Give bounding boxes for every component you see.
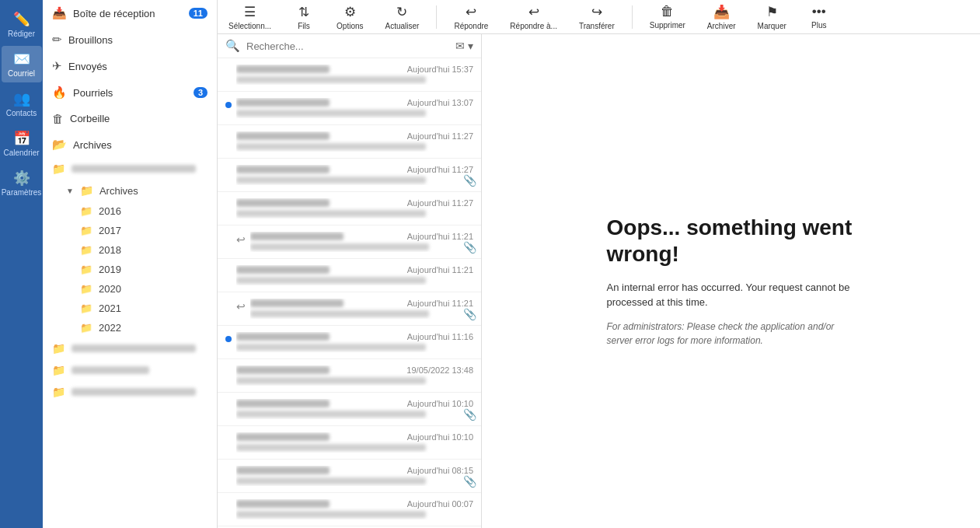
drafts-label: Brouillons	[68, 34, 113, 46]
email-item[interactable]: Aujourd'hui 11:21	[218, 259, 481, 292]
email-time: Aujourd'hui 11:21	[407, 265, 473, 274]
unread-dot	[225, 336, 232, 342]
unread-dot	[225, 503, 232, 509]
sidebar-item-trash[interactable]: 🗑 Corbeille	[43, 106, 217, 131]
toolbar-separator-1	[436, 5, 437, 29]
email-sender	[236, 333, 330, 341]
sidebar-item-archives-top[interactable]: 📂 Archives	[43, 131, 217, 158]
options-button[interactable]: ⚙ Options	[332, 2, 368, 32]
email-item[interactable]: Aujourd'hui 10:10 📎	[218, 393, 481, 426]
reply-button[interactable]: ↩ Répondre	[449, 2, 493, 32]
email-item[interactable]: Aujourd'hui 11:27 📎	[218, 159, 481, 192]
more-button[interactable]: ••• Plus	[804, 2, 835, 31]
error-body: An internal error has occurred. Your req…	[607, 280, 856, 310]
email-item[interactable]: ↩ Aujourd'hui 11:21 📎	[218, 226, 481, 259]
thread-button[interactable]: ⇅ Fils	[288, 2, 319, 32]
sidebar-item-courriel[interactable]: ✉️ Courriel	[2, 46, 42, 82]
email-sender	[250, 233, 344, 240]
contacts-label: Contacts	[6, 109, 37, 117]
inbox-icon: 📥	[52, 6, 67, 20]
sidebar-year-2019[interactable]: 📁 2019	[43, 260, 217, 279]
sidebar-year-2020[interactable]: 📁 2020	[43, 279, 217, 299]
search-bar: 🔍 ✉ ▾	[218, 34, 481, 58]
email-subject	[236, 143, 426, 150]
sidebar-item-contacts[interactable]: 👥 Contacts	[2, 86, 42, 122]
sidebar-blurred-folder-3[interactable]: 📁	[43, 359, 217, 381]
year-2017-icon: 📁	[80, 225, 92, 236]
sidebar-year-2021[interactable]: 📁 2021	[43, 299, 217, 318]
sidebar-archives-expanded[interactable]: ▼ 📁 Archives	[43, 180, 217, 201]
email-item[interactable]: 19/05/2022 13:48	[218, 359, 481, 393]
email-item[interactable]: Aujourd'hui 11:16	[218, 326, 481, 359]
sidebar-item-inbox[interactable]: 📥 Boîte de réception 11	[43, 0, 217, 26]
calendrier-label: Calendrier	[3, 149, 39, 157]
email-item[interactable]: Aujourd'hui 08:15 📎	[218, 460, 481, 493]
select-button[interactable]: ☰ Sélectionn...	[224, 2, 276, 32]
email-time: Aujourd'hui 00:07	[407, 499, 473, 509]
email-sender	[236, 65, 330, 73]
email-time: Aujourd'hui 08:15	[407, 466, 473, 475]
email-subject	[236, 76, 426, 83]
year-2017-label: 2017	[99, 225, 121, 236]
email-content: Aujourd'hui 08:15	[236, 466, 473, 486]
search-icon: 🔍	[225, 39, 240, 53]
refresh-button[interactable]: ↻ Actualiser	[381, 2, 424, 32]
sidebar-blurred-folder-1[interactable]: 📁	[43, 158, 217, 180]
sidebar-item-calendrier[interactable]: 📅 Calendrier	[2, 125, 42, 162]
email-time: Aujourd'hui 11:16	[407, 332, 473, 341]
envelope-filter-icon[interactable]: ✉	[455, 40, 465, 52]
sidebar-year-2018[interactable]: 📁 2018	[43, 240, 217, 260]
sidebar-item-sent[interactable]: ✈ Envoyés	[43, 53, 217, 79]
email-time: Aujourd'hui 15:37	[407, 65, 473, 74]
reply-indicator-icon: ↩	[236, 233, 246, 246]
blurred-folder-icon-2: 📁	[52, 342, 65, 355]
chevron-down-icon[interactable]: ▾	[468, 40, 473, 52]
archives-top-icon: 📂	[52, 138, 67, 152]
options-icon: ⚙	[344, 4, 356, 20]
attachment-icon: 📎	[463, 408, 476, 421]
sidebar-blurred-folder-4[interactable]: 📁	[43, 381, 217, 403]
sidebar-year-2016[interactable]: 📁 2016	[43, 201, 217, 221]
unread-dot	[225, 436, 232, 442]
sidebar-year-2017[interactable]: 📁 2017	[43, 221, 217, 240]
rediger-icon: ✏️	[13, 11, 30, 28]
email-subject	[236, 344, 426, 351]
unread-dot	[225, 403, 232, 409]
email-subject	[250, 243, 429, 250]
email-time: Aujourd'hui 11:27	[407, 198, 473, 208]
delete-button[interactable]: 🗑 Supprimer	[645, 2, 690, 31]
email-sender	[236, 199, 330, 207]
sidebar-blurred-folder-2[interactable]: 📁	[43, 337, 217, 359]
email-content: Aujourd'hui 11:27	[236, 165, 473, 185]
sidebar-item-drafts[interactable]: ✏ Brouillons	[43, 26, 217, 53]
email-item[interactable]: Aujourd'hui 11:27	[218, 125, 481, 159]
sidebar-item-spam[interactable]: 🔥 Pourriels 3	[43, 79, 217, 106]
reply-icon: ↩	[466, 4, 476, 20]
email-item[interactable]: Aujourd'hui 00:07	[218, 493, 481, 526]
email-content: Aujourd'hui 00:07	[236, 499, 473, 519]
unread-dot	[225, 470, 232, 476]
email-item[interactable]: Aujourd'hui 13:07	[218, 92, 481, 125]
blurred-folder-icon-1: 📁	[52, 163, 65, 175]
email-content: Aujourd'hui 11:27	[236, 131, 473, 152]
sidebar-item-parametres[interactable]: ⚙️ Paramètres	[2, 165, 42, 201]
email-content: Aujourd'hui 11:21	[236, 265, 473, 285]
forward-button[interactable]: ↪ Transférer	[574, 2, 619, 32]
reply-all-icon: ↩	[528, 4, 539, 20]
email-item[interactable]: Aujourd'hui 11:27	[218, 192, 481, 226]
thread-icon: ⇅	[298, 4, 309, 20]
mark-button[interactable]: ⚑ Marquer	[753, 2, 791, 32]
email-sender	[236, 366, 330, 374]
sidebar-year-2022[interactable]: 📁 2022	[43, 318, 217, 337]
reply-all-button[interactable]: ↩ Répondre à...	[505, 2, 562, 32]
search-input[interactable]	[246, 40, 449, 52]
archive-icon: 📥	[713, 4, 730, 20]
archives-top-label: Archives	[73, 139, 112, 151]
archive-button[interactable]: 📥 Archiver	[703, 2, 741, 32]
email-item[interactable]: ↩ Aujourd'hui 11:21 📎	[218, 292, 481, 326]
email-content: Aujourd'hui 10:10	[236, 399, 473, 419]
email-item[interactable]: Aujourd'hui 10:10	[218, 426, 481, 460]
inbox-badge: 11	[189, 8, 208, 19]
sidebar-item-rediger[interactable]: ✏️ Rédiger	[2, 6, 42, 43]
email-item[interactable]: Aujourd'hui 15:37	[218, 58, 481, 92]
